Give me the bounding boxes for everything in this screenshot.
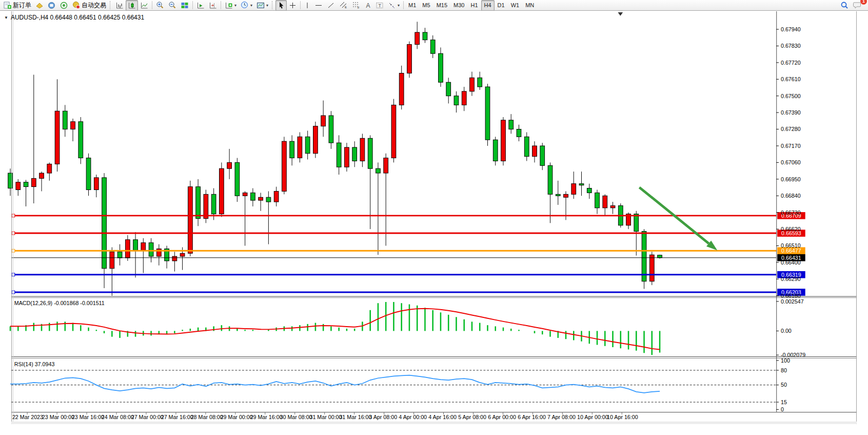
chart-window[interactable]: 0.667090.665930.664770.664310.663190.662… [0,11,868,435]
candle [376,162,381,255]
candle [439,47,443,87]
candle-body [634,214,639,232]
crosshair-tool-button[interactable] [287,0,299,11]
search-icon [840,1,849,10]
candlestick-chart-icon [128,2,136,9]
timeframe-d1-button[interactable]: D1 [495,0,508,11]
timeframe-w1-button[interactable]: W1 [508,0,523,11]
navigator-button[interactable] [46,0,58,11]
svg-text:E: E [345,6,347,9]
new-order-button[interactable]: 新订单 [2,0,33,11]
autotrading-label: 自动交易 [82,1,106,10]
price-axis-tick: 0.67610 [781,76,801,82]
trendline-tool-button[interactable] [325,0,337,11]
timeframe-m15-button[interactable]: M15 [433,0,450,11]
search-button[interactable] [838,0,851,11]
level-0.66593[interactable]: 0.66593 [11,230,805,237]
symbol-title-text: AUDUSD-,H4 0.66448 0.66451 0.66425 0.664… [11,14,144,21]
price-axis-tick: 0.67940 [781,26,801,32]
vertical-line-tool-button[interactable] [302,0,312,11]
candle-body [564,194,568,197]
candle-body [94,178,98,190]
level-0.66477[interactable]: 0.66477 [11,247,805,254]
candle [642,229,646,289]
candle-body [376,168,381,173]
candle [352,141,357,167]
zoom-out-icon [168,1,176,9]
line-chart-button[interactable] [138,0,150,11]
periods-button[interactable]: ▾ [239,0,254,11]
candle-body [360,138,365,161]
candle-body [16,182,21,190]
horizontal-line-tool-button[interactable] [312,0,325,11]
timeframe-m1-button[interactable]: M1 [405,0,419,11]
text-label-tool-button[interactable]: T [373,0,386,11]
channel-tool-button[interactable]: E [337,0,350,11]
bar-chart-button[interactable] [113,0,126,11]
trend-arrow[interactable] [639,187,717,251]
candle-body [313,126,318,154]
arrows-icon [388,2,396,9]
autotrading-button[interactable]: 自动交易 [70,0,108,11]
candlestick-chart-button[interactable] [126,0,138,11]
svg-text:F: F [358,6,360,9]
candle [125,235,130,261]
zoom-in-button[interactable] [154,0,166,11]
level-0.66203[interactable]: 0.66203 [11,289,805,296]
candle-body [446,82,451,96]
indicators-button[interactable]: ▾ [223,0,239,11]
auto-scroll-button[interactable] [194,0,207,11]
candle-body [110,252,114,268]
marketwatch-button[interactable] [33,0,46,11]
candle-body [649,255,654,281]
chart-canvas[interactable]: 0.667090.665930.664770.664310.663190.662… [0,11,868,435]
candle-body [329,116,333,143]
level-0.66319[interactable]: 0.66319 [11,271,805,278]
chart-shift-marker[interactable] [618,12,623,16]
level-0.66709[interactable]: 0.66709 [11,212,805,219]
chat-button[interactable]: 1 [851,0,864,11]
candle-body [407,45,412,73]
time-axis-label: 23 Mar 00:00 [42,414,74,420]
candle [141,238,146,273]
candle [446,78,451,103]
crosshair-icon [289,2,297,9]
timeframe-m5-button[interactable]: M5 [419,0,433,11]
candle-body [102,178,107,269]
signals-button[interactable] [58,0,70,11]
text-tool-button[interactable]: A [363,0,373,11]
candle [313,122,318,158]
indicators-icon [225,2,233,9]
cursor-tool-button[interactable] [275,0,287,11]
text-icon: A [365,2,371,9]
candle-body [266,197,271,202]
candle-body [31,178,36,186]
fibonacci-tool-button[interactable]: F [350,0,363,11]
zoom-out-button[interactable] [166,0,179,11]
candle-body [337,143,341,167]
chart-shift-button[interactable] [207,0,219,11]
svg-text:A: A [366,2,370,9]
tile-windows-button[interactable] [179,0,191,11]
timeframe-m30-button[interactable]: M30 [450,0,467,11]
rsi-axis-tick: 15 [781,399,787,405]
level-0.66431[interactable]: 0.66431 [11,254,805,261]
chevron-down-icon[interactable]: ▼ [4,15,8,20]
timeframe-h4-button[interactable]: H4 [481,0,495,11]
candle-body [149,243,153,257]
candle [55,79,60,172]
time-axis[interactable]: 22 Mar 202323 Mar 00:0023 Mar 16:0024 Ma… [12,412,638,420]
arrows-tool-button[interactable]: ▾ [386,0,402,11]
candle-body [384,158,388,173]
price-axis-tick: 0.66510 [781,242,801,249]
timeframe-mn-button[interactable]: MN [522,0,537,11]
candle [274,187,279,206]
candle [156,244,161,266]
candle-body [423,32,427,40]
candle [133,232,138,277]
gold-icon [35,2,44,9]
template-button[interactable]: ▾ [254,0,270,11]
candle-body [8,173,13,188]
price-axis-tick: 0.67170 [781,143,801,149]
timeframe-h1-button[interactable]: H1 [467,0,481,11]
